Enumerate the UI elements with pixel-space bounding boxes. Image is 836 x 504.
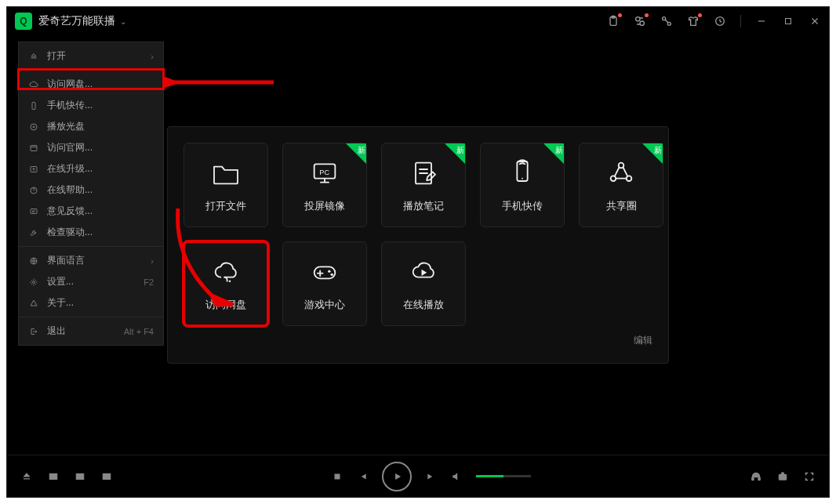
phone-icon — [507, 158, 538, 191]
menu-item-label: 退出 — [47, 325, 116, 338]
stop-button[interactable] — [332, 471, 343, 482]
new-badge-icon — [642, 143, 663, 164]
svg-point-15 — [229, 280, 231, 282]
fullscreen-icon[interactable] — [804, 471, 815, 482]
app-logo-icon: Q — [15, 13, 32, 30]
menu-item-lang[interactable]: 界面语言› — [19, 250, 163, 271]
cloud-sync-icon[interactable] — [634, 15, 646, 27]
edit-link[interactable]: 编辑 — [634, 334, 652, 347]
svg-rect-33 — [31, 208, 37, 213]
svg-text:PC: PC — [319, 168, 329, 176]
player-bar: 1 — [7, 455, 829, 497]
menu-item-label: 界面语言 — [47, 254, 143, 267]
menu-item-label: 在线帮助... — [47, 183, 146, 197]
menu-item-shortcut: Alt + F4 — [124, 327, 154, 336]
folder-icon — [210, 158, 242, 191]
menu-item-cloud[interactable]: 访问网盘... — [19, 74, 163, 95]
menu-item-label: 在线升级... — [47, 162, 146, 176]
menu-item-label: 设置... — [47, 275, 136, 288]
menu-item-label: 访问官网... — [47, 141, 146, 154]
tile-label: 手机快传 — [502, 199, 543, 213]
app-window: Q 爱奇艺万能联播 ⌄ — [6, 6, 830, 498]
minimize-button[interactable] — [755, 15, 768, 27]
svg-text:1: 1 — [52, 474, 54, 479]
new-badge-icon — [346, 143, 366, 164]
menu-item-upgrade[interactable]: 在线升级... — [19, 158, 163, 179]
toggle-b-icon[interactable] — [101, 471, 112, 482]
svg-point-28 — [31, 124, 37, 130]
titlebar-icon-tray — [607, 15, 821, 27]
prev-button[interactable] — [357, 471, 368, 482]
tile-playcloud[interactable]: 在线播放 — [381, 241, 466, 326]
tile-label: 在线播放 — [403, 298, 444, 312]
new-badge-icon — [543, 143, 564, 164]
menu-item-label: 播放光盘 — [47, 120, 146, 133]
tile-cloud[interactable]: 访问网盘 — [184, 241, 268, 326]
menu-item-disc[interactable]: 播放光盘 — [19, 116, 163, 137]
menu-item-about[interactable]: 关于... — [19, 292, 163, 314]
connect-icon[interactable] — [660, 15, 673, 27]
svg-rect-23 — [335, 473, 340, 479]
tile-grid: 打开文件PC投屏镜像播放笔记手机快传共享圈访问网盘游戏中心在线播放 — [184, 143, 652, 326]
tile-label: 投屏镜像 — [304, 199, 345, 213]
ratio-1-icon[interactable]: 1 — [48, 471, 59, 482]
play-button[interactable] — [382, 462, 412, 491]
menu-item-eject[interactable]: 打开› — [19, 45, 163, 67]
menu-item-phone[interactable]: 手机快传... — [19, 95, 163, 116]
eject-icon[interactable] — [21, 471, 32, 482]
menu-item-shortcut: F2 — [144, 277, 154, 287]
svg-point-3 — [640, 21, 644, 25]
volume-icon[interactable] — [451, 471, 462, 482]
cloud-icon — [210, 256, 242, 290]
wrench-icon — [28, 228, 39, 237]
menu-item-exit[interactable]: 退出Alt + F4 — [19, 321, 163, 342]
menu-separator — [19, 317, 163, 317]
toggle-a-icon[interactable] — [75, 471, 85, 482]
menu-item-shortcut: › — [151, 256, 154, 266]
volume-slider[interactable] — [476, 475, 531, 477]
menu-item-wrench[interactable]: 检查驱动... — [19, 222, 163, 243]
svg-rect-26 — [779, 474, 786, 479]
new-badge-icon — [445, 143, 465, 164]
pc-icon: PC — [309, 158, 340, 191]
main-dropdown-menu: 打开›访问网盘...手机快传...播放光盘访问官网...在线升级...在线帮助.… — [18, 42, 164, 346]
headset-icon[interactable] — [751, 471, 761, 482]
tile-phone[interactable]: 手机快传 — [480, 143, 565, 227]
tile-note[interactable]: 播放笔记 — [381, 143, 466, 227]
tile-share[interactable]: 共享圈 — [579, 143, 663, 227]
globe-icon — [28, 143, 39, 153]
lang-icon — [28, 256, 39, 266]
tile-pc[interactable]: PC投屏镜像 — [282, 143, 367, 227]
gamepad-icon — [309, 256, 340, 290]
history-icon[interactable] — [714, 15, 726, 27]
svg-rect-30 — [31, 145, 37, 150]
exit-icon — [28, 327, 39, 336]
upgrade-icon — [28, 165, 39, 174]
phone-icon — [28, 101, 39, 111]
clipboard-icon[interactable] — [607, 15, 620, 27]
svg-rect-25 — [758, 477, 760, 480]
maximize-button[interactable] — [782, 15, 794, 27]
menu-item-help[interactable]: 在线帮助... — [19, 179, 163, 201]
menu-item-label: 访问网盘... — [47, 78, 146, 91]
tile-folder[interactable]: 打开文件 — [184, 143, 268, 227]
disc-icon — [28, 122, 39, 132]
next-button[interactable] — [426, 471, 437, 482]
menu-item-feedback[interactable]: 意见反馈... — [19, 201, 163, 222]
menu-item-gear[interactable]: 设置...F2 — [19, 271, 163, 292]
toolbox-icon[interactable] — [777, 471, 788, 482]
close-button[interactable] — [809, 15, 821, 27]
skin-icon[interactable] — [687, 15, 700, 27]
menu-separator — [19, 70, 163, 71]
title-dropdown-caret-icon[interactable]: ⌄ — [120, 17, 126, 26]
note-icon — [408, 158, 439, 191]
menu-item-shortcut: › — [151, 52, 154, 61]
help-icon — [28, 186, 39, 195]
tile-gamepad[interactable]: 游戏中心 — [282, 241, 367, 326]
cloud-icon — [28, 80, 39, 89]
app-title: 爱奇艺万能联播 — [38, 14, 115, 28]
menu-item-globe[interactable]: 访问官网... — [19, 137, 163, 158]
titlebar: Q 爱奇艺万能联播 ⌄ — [7, 7, 829, 35]
eject-icon — [28, 52, 39, 61]
svg-rect-27 — [32, 102, 35, 109]
